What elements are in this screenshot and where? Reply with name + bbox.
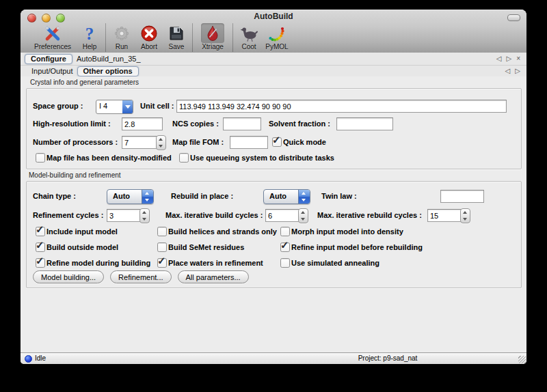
tab-next-button[interactable]: ▷ bbox=[506, 55, 511, 62]
floppy-icon bbox=[165, 23, 188, 43]
tab-configure[interactable]: Configure bbox=[25, 54, 72, 64]
help-button[interactable]: ? Help bbox=[77, 23, 103, 51]
rebuild-cycles-label: Max. iterative rebuild cycles : bbox=[317, 211, 422, 219]
toolbar-divider bbox=[105, 23, 106, 52]
rebuild-in-place-value: Auto bbox=[264, 190, 298, 204]
processors-stepper[interactable] bbox=[156, 135, 166, 150]
map-fom-input[interactable] bbox=[230, 136, 268, 149]
pymol-button[interactable]: PyMOL bbox=[262, 23, 292, 51]
place-waters-label: Place waters in refinement bbox=[168, 259, 263, 267]
updown-arrows-icon[interactable] bbox=[298, 190, 310, 204]
tab-close-button[interactable]: × bbox=[516, 55, 520, 62]
tab-input-output[interactable]: Input/Output bbox=[27, 67, 77, 75]
all-parameters-button[interactable]: All parameters... bbox=[178, 270, 249, 283]
tab-other-options[interactable]: Other options bbox=[77, 66, 139, 76]
build-helices-label: Build helices and strands only bbox=[168, 227, 277, 236]
help-icon: ? bbox=[78, 23, 101, 43]
build-outside-checkbox[interactable] bbox=[36, 242, 45, 252]
coot-bird-icon bbox=[237, 23, 261, 43]
unit-cell-input[interactable] bbox=[176, 100, 507, 113]
parameter-buttons: Model building... Refinement... All para… bbox=[33, 270, 249, 283]
processors-label: Number of processors : bbox=[33, 138, 118, 146]
solvent-fraction-input[interactable] bbox=[336, 117, 393, 130]
space-group-select[interactable]: I 4 bbox=[96, 100, 133, 114]
map-fom-label: Map file FOM : bbox=[172, 138, 224, 146]
sub-tab-nav: ◁ ▷ bbox=[505, 68, 526, 74]
tab-autobuild-run[interactable]: AutoBuild_run_35_ bbox=[72, 55, 145, 63]
ncs-copies-input[interactable] bbox=[223, 117, 261, 130]
abort-button[interactable]: Abort bbox=[135, 23, 163, 51]
refinement-cycles-input[interactable] bbox=[107, 209, 141, 222]
space-group-label: Space group : bbox=[33, 102, 83, 110]
rebuild-cycles-input[interactable] bbox=[427, 209, 462, 222]
subtab-prev-button[interactable]: ◁ bbox=[505, 68, 511, 74]
toolbar-divider bbox=[232, 23, 233, 52]
xtriage-crystal-icon bbox=[201, 23, 224, 43]
xtriage-button[interactable]: Xtriage bbox=[196, 23, 230, 51]
refine-before-rebuild-checkbox[interactable] bbox=[280, 242, 290, 252]
build-semet-label: Build SeMet residues bbox=[168, 243, 244, 251]
quick-mode-label: Quick mode bbox=[283, 138, 326, 146]
toolbar-toggle-button[interactable] bbox=[507, 14, 520, 21]
refinement-button[interactable]: Refinement... bbox=[110, 270, 171, 283]
build-cycles-input[interactable] bbox=[265, 209, 299, 222]
run-button[interactable]: Run bbox=[109, 23, 135, 51]
status-text: Idle bbox=[35, 354, 46, 362]
rebuild-cycles-stepper[interactable] bbox=[460, 208, 470, 223]
main-tab-nav: ◁ ▷ × bbox=[496, 55, 526, 62]
crystal-group-title: Crystal info and general parameters bbox=[30, 79, 139, 86]
refinement-cycles-label: Refinement cycles : bbox=[33, 211, 103, 219]
high-resolution-input[interactable] bbox=[122, 117, 163, 130]
place-waters-checkbox[interactable] bbox=[157, 258, 167, 268]
unit-cell-label: Unit cell : bbox=[140, 102, 174, 110]
build-cycles-label: Max. iterative build cycles : bbox=[165, 211, 263, 219]
chain-type-select[interactable]: Auto bbox=[107, 189, 154, 204]
autobuild-window: AutoBuild Preferences bbox=[21, 10, 526, 364]
density-modified-label: Map file has been density-modified bbox=[46, 154, 172, 162]
main-tab-bar: Configure AutoBuild_run_35_ ◁ ▷ × bbox=[21, 53, 526, 66]
coot-button[interactable]: Coot bbox=[236, 23, 262, 51]
tools-icon bbox=[41, 23, 64, 43]
queueing-label: Use queueing system to distribute tasks bbox=[190, 154, 334, 162]
quick-mode-checkbox[interactable] bbox=[272, 137, 282, 147]
chain-type-value: Auto bbox=[107, 190, 142, 204]
resize-grip[interactable] bbox=[518, 356, 526, 363]
build-outside-label: Build outside model bbox=[46, 243, 118, 251]
options-panel: Crystal info and general parameters Spac… bbox=[21, 76, 526, 353]
save-button[interactable]: Save bbox=[163, 23, 189, 51]
ncs-copies-label: NCS copies : bbox=[172, 120, 219, 128]
abort-icon bbox=[137, 23, 161, 43]
twin-law-input[interactable] bbox=[440, 190, 484, 203]
refinement-cycles-stepper[interactable] bbox=[139, 208, 150, 223]
refine-before-rebuild-label: Refine input model before rebuilding bbox=[291, 243, 423, 251]
model-building-button[interactable]: Model building... bbox=[33, 270, 104, 283]
sub-tab-bar: Input/Output Other options ◁ ▷ bbox=[21, 66, 526, 77]
build-helices-checkbox[interactable] bbox=[157, 227, 167, 236]
build-semet-checkbox[interactable] bbox=[157, 242, 167, 252]
morph-model-checkbox[interactable] bbox=[280, 227, 290, 236]
refine-during-building-checkbox[interactable] bbox=[36, 258, 45, 268]
include-input-model-checkbox[interactable] bbox=[36, 227, 45, 236]
tab-prev-button[interactable]: ◁ bbox=[496, 55, 502, 62]
subtab-next-button[interactable]: ▷ bbox=[515, 68, 520, 74]
twin-law-label: Twin law : bbox=[321, 192, 357, 200]
queueing-checkbox[interactable] bbox=[179, 153, 189, 163]
build-cycles-stepper[interactable] bbox=[298, 208, 308, 223]
processors-input[interactable] bbox=[122, 136, 157, 149]
updown-arrows-icon[interactable] bbox=[142, 190, 153, 204]
include-input-model-label: Include input model bbox=[46, 227, 118, 236]
pymol-rainbow-icon bbox=[265, 23, 289, 43]
status-dot-icon bbox=[25, 355, 32, 363]
simulated-annealing-checkbox[interactable] bbox=[280, 258, 290, 268]
model-group-title: Model-building and refinement bbox=[29, 171, 121, 179]
chevron-down-icon[interactable] bbox=[122, 100, 133, 113]
window-chrome: AutoBuild Preferences bbox=[21, 10, 526, 53]
preferences-button[interactable]: Preferences bbox=[29, 23, 77, 51]
rebuild-in-place-select[interactable]: Auto bbox=[263, 189, 310, 204]
density-modified-checkbox[interactable] bbox=[36, 153, 45, 163]
morph-model-label: Morph input model into density bbox=[291, 227, 403, 236]
window-title: AutoBuild bbox=[21, 12, 526, 21]
high-resolution-label: High-resolution limit : bbox=[33, 120, 111, 128]
status-bar: Idle Project: p9-sad_nat bbox=[21, 352, 526, 364]
chain-type-label: Chain type : bbox=[33, 192, 76, 200]
